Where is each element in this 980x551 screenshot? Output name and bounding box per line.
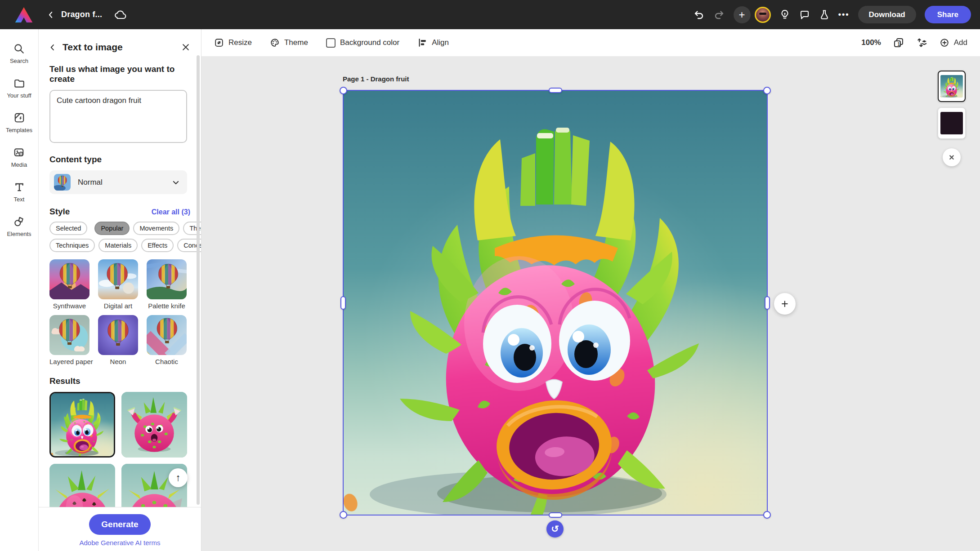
- panel-back-button[interactable]: [49, 44, 56, 51]
- canvas-stage: Page 1 - Dragon fruit + ↺ ✕: [201, 56, 980, 551]
- style-option-synthwave[interactable]: Synthwave: [49, 259, 89, 310]
- generate-button[interactable]: Generate: [89, 514, 150, 535]
- sidebar-item-your-stuff[interactable]: Your stuff: [7, 77, 31, 99]
- sidebar-item-templates[interactable]: Templates: [6, 112, 32, 133]
- comment-icon[interactable]: [799, 9, 810, 20]
- folder-icon: [13, 77, 25, 89]
- cloud-sync-icon[interactable]: [114, 10, 127, 20]
- chip-movements[interactable]: Movements: [133, 222, 179, 235]
- canvas-page[interactable]: [343, 90, 768, 515]
- undo-button[interactable]: [693, 9, 705, 20]
- prompt-label: Tell us what image you want to create: [49, 64, 190, 84]
- theme-button[interactable]: Theme: [270, 38, 308, 48]
- top-bar-actions: + ••• Download Share: [693, 6, 971, 23]
- generative-ai-terms-link[interactable]: Adobe Generative AI terms: [79, 539, 160, 547]
- left-sidebar: Search Your stuff Templates Media Text E…: [0, 29, 39, 551]
- close-icon: [181, 43, 190, 52]
- sidebar-item-search[interactable]: Search: [10, 43, 28, 64]
- search-icon: [13, 43, 25, 54]
- content-type-select[interactable]: Normal: [49, 170, 187, 194]
- scroll-to-top-button[interactable]: ↑: [169, 468, 188, 487]
- layers-icon: [916, 37, 928, 49]
- page-thumbnail-2[interactable]: [938, 107, 966, 139]
- page-1-preview: [940, 75, 963, 98]
- clear-all-button[interactable]: Clear all (3): [152, 208, 190, 216]
- elements-icon: [13, 216, 25, 227]
- layers-button[interactable]: [916, 37, 928, 49]
- style-option-neon[interactable]: Neon: [98, 315, 138, 365]
- back-button[interactable]: [47, 11, 55, 19]
- prompt-input[interactable]: Cute cartoon dragon fruit: [49, 90, 187, 143]
- page-label[interactable]: Page 1 - Dragon fruit: [343, 75, 409, 83]
- add-page-button[interactable]: +: [774, 293, 796, 315]
- download-button[interactable]: Download: [858, 6, 916, 23]
- new-document-button[interactable]: +: [734, 6, 751, 23]
- style-chip-row-2: Techniques Materials Effects Concepts: [49, 239, 190, 252]
- document-title[interactable]: Dragon f...: [61, 10, 102, 19]
- resize-button[interactable]: Resize: [214, 38, 252, 48]
- sidebar-item-text[interactable]: Text: [13, 181, 25, 203]
- panel-footer: Generate Adobe Generative AI terms: [39, 507, 201, 551]
- avatar[interactable]: [755, 7, 771, 23]
- chip-materials[interactable]: Materials: [98, 239, 138, 252]
- pages-icon: 1: [893, 37, 904, 49]
- panel-close-button[interactable]: [181, 43, 190, 52]
- panel-header: Text to image: [39, 29, 201, 53]
- style-thumbnail-grid: Synthwave Digital art Palette knife Laye…: [49, 259, 190, 365]
- resize-icon: [214, 38, 224, 48]
- content-type-thumbnail: [54, 174, 71, 191]
- panel-scrollbar[interactable]: [197, 55, 200, 505]
- svg-text:1: 1: [897, 42, 900, 47]
- style-header: Style Clear all (3): [49, 207, 190, 217]
- adobe-express-logo[interactable]: [14, 6, 33, 23]
- rotate-button[interactable]: ↺: [546, 520, 564, 538]
- panel-title: Text to image: [63, 42, 123, 53]
- results-heading: Results: [49, 376, 190, 386]
- canvas-toolbar-right: 100% 1 Add: [861, 37, 967, 49]
- chip-selected[interactable]: Selected: [49, 222, 87, 235]
- style-option-palette-knife[interactable]: Palette knife: [147, 259, 187, 310]
- content-type-value: Normal: [78, 178, 103, 187]
- background-color-swatch: [326, 38, 336, 48]
- canvas-toolbar: Resize Theme Background color Align 100%…: [201, 29, 980, 56]
- background-color-button[interactable]: Background color: [326, 38, 399, 48]
- align-icon: [417, 38, 427, 48]
- align-button[interactable]: Align: [417, 38, 449, 48]
- style-heading: Style: [49, 207, 70, 217]
- chevron-down-icon: [172, 178, 180, 187]
- palette-icon: [270, 38, 280, 48]
- text-to-image-panel: Text to image Tell us what image you wan…: [39, 29, 201, 551]
- page-thumbnail-1[interactable]: [938, 71, 966, 102]
- chip-popular[interactable]: Popular: [94, 222, 130, 235]
- close-pages-rail-button[interactable]: ✕: [943, 148, 961, 166]
- style-option-layered-paper[interactable]: Layered paper: [49, 315, 89, 365]
- top-bar: Dragon f... + ••• Download Shar: [0, 0, 980, 29]
- pages-button[interactable]: 1: [893, 37, 904, 49]
- style-option-chaotic[interactable]: Chaotic: [147, 315, 187, 365]
- page-2-preview: [940, 112, 963, 134]
- add-button[interactable]: Add: [940, 38, 967, 48]
- sidebar-item-media[interactable]: Media: [11, 147, 27, 168]
- chevron-left-icon: [47, 11, 55, 19]
- templates-icon: [13, 112, 25, 124]
- share-button[interactable]: Share: [925, 6, 971, 23]
- text-icon: [13, 181, 25, 193]
- dragon-fruit-artwork: [343, 90, 768, 515]
- beta-flask-icon[interactable]: [819, 9, 830, 21]
- ideas-lightbulb-icon[interactable]: [779, 9, 790, 21]
- style-option-digital-art[interactable]: Digital art: [98, 259, 138, 310]
- result-thumbnail-2[interactable]: [121, 392, 187, 458]
- result-thumbnail-1[interactable]: [49, 392, 115, 458]
- zoom-level[interactable]: 100%: [861, 38, 881, 47]
- more-options-icon[interactable]: •••: [838, 10, 850, 19]
- style-chip-row-1: Selected Popular Movements Themes: [49, 222, 190, 235]
- sidebar-item-elements[interactable]: Elements: [7, 216, 31, 237]
- add-circle-icon: [940, 38, 949, 48]
- redo-button[interactable]: [713, 9, 725, 20]
- adobe-express-app: Dragon f... + ••• Download Shar: [0, 0, 980, 551]
- media-icon: [13, 147, 25, 158]
- content-type-heading: Content type: [49, 155, 190, 164]
- chip-techniques[interactable]: Techniques: [49, 239, 95, 252]
- chevron-left-icon: [49, 44, 56, 51]
- chip-effects[interactable]: Effects: [141, 239, 174, 252]
